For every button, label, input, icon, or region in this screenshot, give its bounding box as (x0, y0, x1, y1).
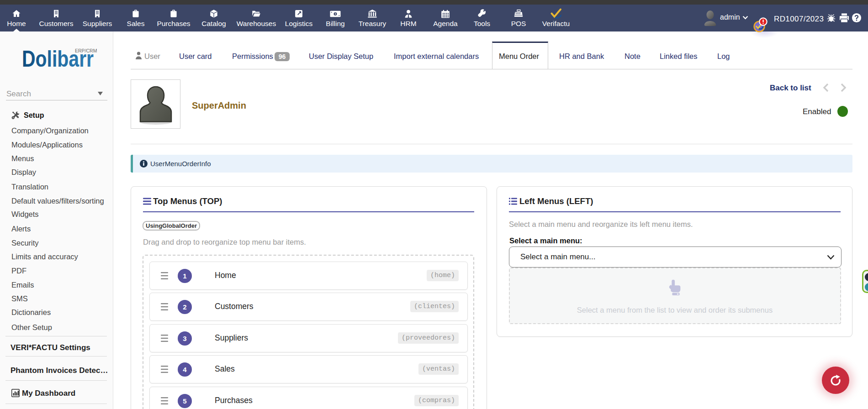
svg-text:ERP/CRM: ERP/CRM (75, 48, 97, 53)
